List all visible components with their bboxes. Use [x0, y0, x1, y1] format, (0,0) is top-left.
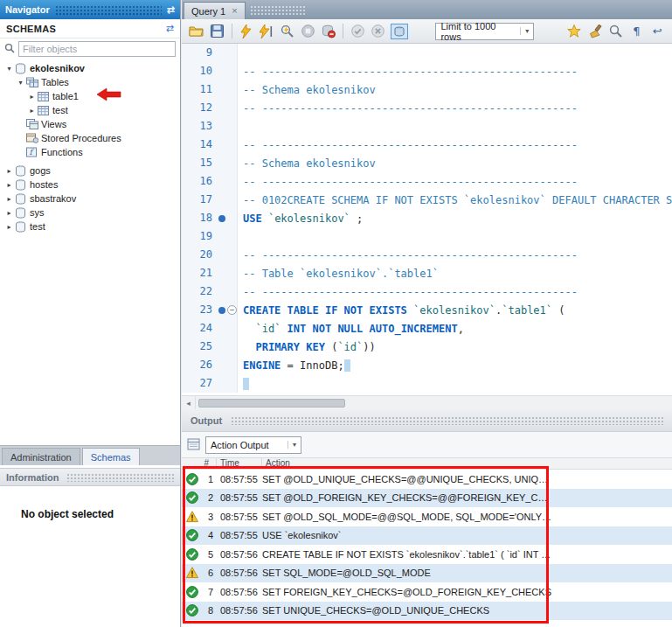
code-line-9[interactable]: 9: [182, 44, 672, 62]
code-line-23[interactable]: 23−CREATE TABLE IF NOT EXISTS `ekolesnik…: [182, 301, 672, 319]
tab-query-1[interactable]: Query 1 ×: [184, 2, 246, 19]
commit-icon[interactable]: [347, 22, 368, 41]
tree-item-table1[interactable]: ▸table1: [0, 89, 180, 103]
chevron-collapsed-icon[interactable]: ▸: [26, 107, 38, 115]
tree-item-label: test: [30, 221, 45, 232]
fold-collapse-icon[interactable]: −: [227, 305, 237, 315]
output-row[interactable]: 308:57:55SET @OLD_SQL_MODE=@@SQL_MODE, S…: [182, 507, 672, 526]
line-number: 23: [182, 301, 217, 319]
column-header-time[interactable]: Time: [217, 458, 262, 469]
open-script-icon[interactable]: [186, 22, 207, 41]
row-action: SET @OLD_FOREIGN_KEY_CHECKS=@@FOREIGN_KE…: [262, 492, 553, 503]
tab-schemas[interactable]: Schemas: [82, 448, 140, 465]
tree-item-sbastrakov[interactable]: ▸sbastrakov: [0, 192, 180, 206]
code-line-18[interactable]: 18USE `ekolesnikov` ;: [182, 209, 672, 227]
panel-menu-icon[interactable]: ⇄: [167, 4, 175, 16]
chevron-collapsed-icon[interactable]: ▸: [3, 223, 15, 231]
toggle-stop-on-error-icon[interactable]: [318, 22, 339, 41]
tree-item-ekolesnikov[interactable]: ▾ekolesnikov: [0, 61, 180, 75]
beautify-icon[interactable]: [585, 22, 606, 41]
tree-item-functions[interactable]: fFunctions: [0, 145, 180, 159]
code-line-25[interactable]: 25 PRIMARY KEY (`id`)): [182, 338, 672, 356]
code-line-11[interactable]: 11-- Schema ekolesnikov: [182, 80, 672, 99]
filter-input[interactable]: [18, 41, 176, 57]
stop-icon[interactable]: [298, 22, 319, 41]
show-invisibles-icon[interactable]: ¶: [627, 22, 648, 41]
output-row[interactable]: 208:57:55SET @OLD_FOREIGN_KEY_CHECKS=@@F…: [182, 489, 672, 508]
code-line-13[interactable]: 13: [182, 117, 672, 136]
output-row[interactable]: 608:57:56SET SQL_MODE=@OLD_SQL_MODE: [182, 564, 672, 583]
execute-statement-icon[interactable]: [256, 22, 277, 41]
code-line-14[interactable]: 14-- -----------------------------------…: [182, 136, 672, 154]
refresh-schemas-icon[interactable]: ⇄: [166, 23, 174, 34]
chevron-collapsed-icon[interactable]: ▸: [3, 167, 15, 175]
chevron-expanded-icon[interactable]: ▾: [3, 65, 15, 73]
row-time: 08:57:56: [217, 605, 262, 616]
output-row[interactable]: 508:57:56CREATE TABLE IF NOT EXISTS `eko…: [182, 545, 672, 564]
code-line-16[interactable]: 16-- -----------------------------------…: [182, 172, 672, 191]
filter-row: [0, 38, 180, 59]
no-object-selected-text: No object selected: [21, 508, 114, 520]
code-line-26[interactable]: 26ENGINE = InnoDB;: [182, 356, 672, 374]
tree-item-views[interactable]: Views: [0, 117, 180, 131]
chevron-collapsed-icon[interactable]: ▸: [3, 209, 15, 217]
find-icon[interactable]: [606, 22, 627, 41]
code-line-15[interactable]: 15-- Schema ekolesnikov: [182, 154, 672, 172]
code-line-19[interactable]: 19: [182, 227, 672, 246]
scroll-left-icon[interactable]: ◂: [182, 396, 196, 409]
output-row[interactable]: 108:57:55SET @OLD_UNIQUE_CHECKS=@@UNIQUE…: [182, 470, 672, 489]
chevron-collapsed-icon[interactable]: ▸: [3, 195, 15, 203]
tree-item-tables[interactable]: ▾Tables: [0, 75, 180, 89]
tree-item-label: table1: [52, 91, 79, 101]
tree-item-gogs[interactable]: ▸gogs: [0, 164, 180, 178]
code-line-10[interactable]: 10-- -----------------------------------…: [182, 62, 672, 80]
toggle-autocommit-icon[interactable]: [389, 22, 410, 41]
code-line-24[interactable]: 24 `id` INT NOT NULL AUTO_INCREMENT,: [182, 319, 672, 338]
chevron-collapsed-icon[interactable]: ▸: [3, 181, 15, 189]
explain-icon[interactable]: [277, 22, 298, 41]
horizontal-scrollbar[interactable]: ◂: [182, 395, 672, 409]
new-snippet-icon[interactable]: [564, 22, 585, 41]
code-line-12[interactable]: 12-- -----------------------------------…: [182, 99, 672, 117]
line-number: 16: [182, 172, 217, 191]
tree-item-hostes[interactable]: ▸hostes: [0, 178, 180, 192]
tree-item-test[interactable]: ▸test: [0, 219, 180, 233]
wrap-text-icon[interactable]: ↩: [647, 22, 668, 41]
code-line-20[interactable]: 20-- -----------------------------------…: [182, 246, 672, 264]
chevron-expanded-icon[interactable]: ▾: [15, 79, 26, 87]
code-text: -- Schema ekolesnikov: [238, 84, 376, 96]
code-line-22[interactable]: 22-- -----------------------------------…: [182, 282, 672, 301]
column-header-action[interactable]: Action: [262, 458, 672, 469]
limit-rows-dropdown[interactable]: Limit to 1000 rows▾: [435, 23, 534, 40]
gutter-margin: [217, 374, 238, 393]
output-panel-header: Output: [182, 409, 672, 432]
tree-item-sys[interactable]: ▸sys: [0, 206, 180, 219]
rollback-icon[interactable]: [368, 22, 389, 41]
tree-item-label: sbastrakov: [30, 193, 76, 204]
column-header-index[interactable]: #: [182, 458, 217, 469]
execute-script-icon[interactable]: [235, 22, 256, 41]
tab-administration[interactable]: Administration: [2, 448, 80, 465]
line-number: 17: [182, 191, 217, 209]
output-row[interactable]: 408:57:55USE `ekolesnikov`: [182, 526, 672, 546]
output-row[interactable]: 808:57:56SET UNIQUE_CHECKS=@OLD_UNIQUE_C…: [182, 602, 672, 621]
tree-item-test[interactable]: ▸test: [0, 103, 180, 117]
scrollbar-thumb[interactable]: [198, 399, 345, 408]
statement-marker: [217, 209, 238, 227]
tree-item-stored-procedures[interactable]: Stored Procedures: [0, 131, 180, 145]
output-view-selector[interactable]: Action Output ▾: [205, 436, 301, 454]
schema-icon: [15, 193, 30, 205]
output-row[interactable]: 708:57:56SET FOREIGN_KEY_CHECKS=@OLD_FOR…: [182, 582, 672, 602]
success-icon: [186, 604, 198, 617]
tree-item-label: gogs: [30, 165, 51, 176]
code-line-17[interactable]: 17-- 0102CREATE SCHEMA IF NOT EXISTS `ek…: [182, 191, 672, 209]
line-number: 13: [182, 117, 217, 136]
code-line-27[interactable]: 27: [182, 374, 672, 393]
sql-editor[interactable]: 910-- ----------------------------------…: [182, 44, 672, 395]
close-icon[interactable]: ×: [232, 6, 237, 16]
save-script-icon[interactable]: [207, 22, 228, 41]
output-label: Output: [191, 415, 222, 426]
tree-item-label: sys: [30, 207, 45, 218]
code-line-21[interactable]: 21-- Table `ekolesnikov`.`table1`: [182, 264, 672, 282]
chevron-collapsed-icon[interactable]: ▸: [26, 93, 38, 101]
